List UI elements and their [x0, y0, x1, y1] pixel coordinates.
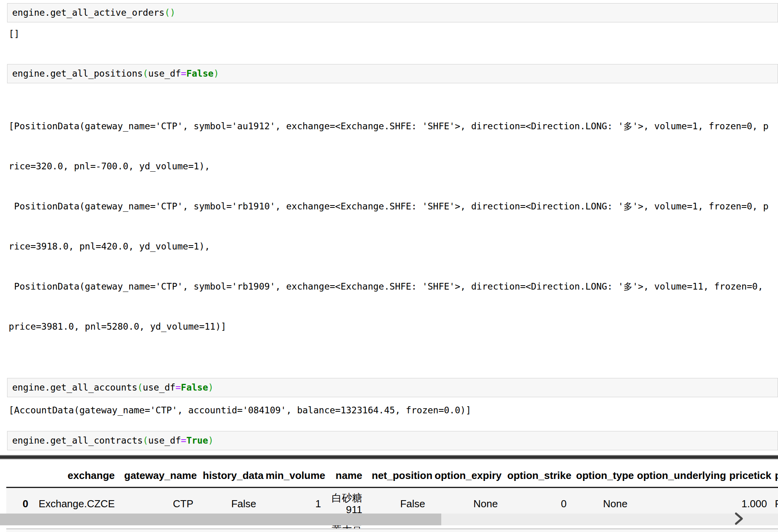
code-cell-contracts: engine.get_all_contracts(use_df=True) [0, 431, 778, 450]
output-line: [] [9, 27, 778, 40]
close-paren: ) [170, 7, 176, 18]
output-positions: [PositionData(gateway_name='CTP', symbol… [9, 93, 778, 360]
output-line: [AccountData(gateway_name='CTP', account… [9, 404, 778, 417]
column-header: history_data [198, 459, 261, 488]
output-line: PositionData(gateway_name='CTP', symbol=… [9, 200, 778, 213]
output-scroll-divider [0, 455, 778, 459]
keyword: True [186, 435, 208, 446]
horizontal-scrollbar[interactable] [0, 514, 778, 525]
column-header: option_strike [503, 459, 571, 488]
column-header: gateway_name [119, 459, 198, 488]
close-paren: ) [208, 382, 214, 393]
column-header: p [772, 459, 778, 488]
open-paren: ( [143, 435, 148, 446]
equals-operator: = [181, 68, 186, 79]
arg-name: use_df [148, 435, 181, 446]
code-text: engine.get_all_active_orders [12, 7, 165, 18]
column-header: net_position [367, 459, 430, 488]
code-input-positions[interactable]: engine.get_all_positions(use_df=False) [7, 64, 778, 83]
output-accounts: [AccountData(gateway_name='CTP', account… [9, 404, 778, 417]
output-active-orders: [] [9, 27, 778, 40]
equals-operator: = [181, 435, 186, 446]
output-line: rice=3918.0, pnl=420.0, yd_volume=1), [9, 240, 778, 253]
open-paren: ( [143, 68, 148, 79]
code-cell-active-orders: engine.get_all_active_orders() [] [0, 3, 778, 40]
scrollbar-thumb[interactable] [0, 514, 441, 525]
output-line: [PositionData(gateway_name='CTP', symbol… [9, 119, 778, 133]
column-header: pricetick [725, 459, 772, 488]
contracts-header-row: exchangegateway_namehistory_datamin_volu… [6, 459, 778, 488]
code-cell-accounts: engine.get_all_accounts(use_df=False) [A… [0, 378, 778, 417]
column-header: exchange [33, 459, 119, 488]
close-paren: ) [208, 435, 214, 446]
code-text: engine.get_all_contracts [12, 435, 143, 446]
keyword: False [186, 68, 213, 79]
contracts-table-head: exchangegateway_namehistory_datamin_volu… [6, 459, 778, 488]
output-line: rice=320.0, pnl=-700.0, yd_volume=1), [9, 160, 778, 173]
code-cell-positions: engine.get_all_positions(use_df=False) [… [0, 64, 778, 360]
arg-name: use_df [143, 382, 175, 393]
column-header [6, 459, 33, 488]
code-input-active-orders[interactable]: engine.get_all_active_orders() [7, 3, 778, 22]
column-header: option_expiry [430, 459, 503, 488]
close-paren: ) [213, 68, 219, 79]
output-line: price=3981.0, pnl=5280.0, yd_volume=11)] [9, 320, 778, 333]
arg-name: use_df [148, 68, 181, 79]
equals-operator: = [175, 382, 181, 393]
chevron-right-icon[interactable] [734, 512, 744, 525]
column-header: option_underlying [632, 459, 725, 488]
column-header: option_type [571, 459, 632, 488]
code-input-contracts[interactable]: engine.get_all_contracts(use_df=True) [7, 431, 778, 450]
keyword: False [181, 382, 208, 393]
output-line: PositionData(gateway_name='CTP', symbol=… [9, 280, 778, 293]
notebook-page: engine.get_all_active_orders() [] engine… [0, 0, 778, 532]
code-text: engine.get_all_positions [12, 68, 143, 79]
code-text: engine.get_all_accounts [12, 382, 138, 393]
open-paren: ( [165, 7, 170, 18]
column-header: name [326, 459, 367, 488]
column-header: min_volume [261, 459, 326, 488]
open-paren: ( [138, 382, 143, 393]
next-cell-strip [6, 529, 778, 532]
code-input-accounts[interactable]: engine.get_all_accounts(use_df=False) [7, 378, 778, 397]
